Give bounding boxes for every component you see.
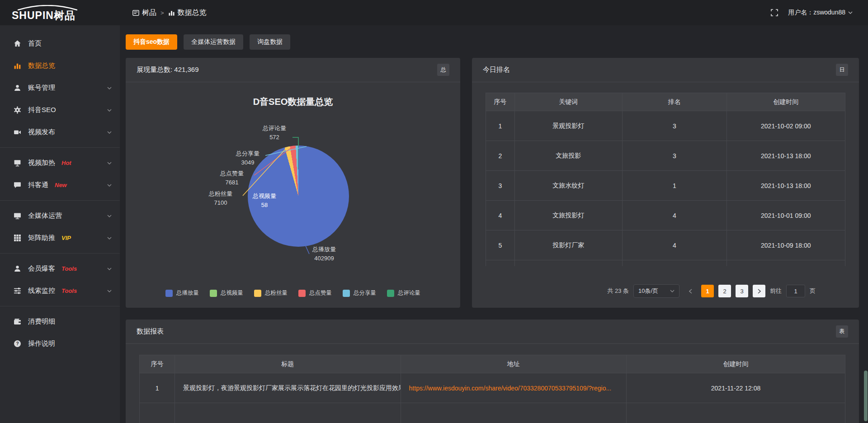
breadcrumb-root[interactable]: 树品: [132, 8, 156, 18]
chevron-down-icon: [670, 290, 675, 292]
col-header-keyword: 关键词: [514, 93, 623, 111]
sidebar: 首页 数据总览 账号管理 抖音SEO 视频发布 视频加热 Hot 抖客通 New…: [0, 25, 120, 423]
screen-icon: [14, 159, 21, 167]
rank-panel-header: 今日排名 日: [472, 58, 859, 82]
goto-unit: 页: [810, 287, 816, 295]
col-header-index: 序号: [486, 93, 515, 111]
tab-douyin-seo-data[interactable]: 抖音seo数据: [126, 34, 177, 50]
daily-view-button[interactable]: 日: [836, 64, 848, 76]
rank-table: 序号 关键词 排名 创建时间 1景观投影灯32021-10-02 09:00: [486, 93, 845, 266]
scrollbar-thumb[interactable]: [864, 371, 868, 421]
header-right: 用户名：zswodun88: [771, 9, 868, 17]
table-row: 2文旅投影32021-10-13 18:00: [486, 141, 845, 171]
chevron-down-icon: [107, 131, 112, 134]
sidebar-item-account[interactable]: 账号管理: [0, 77, 120, 99]
video-link[interactable]: https://www.iesdouyin.com/share/video/70…: [401, 373, 627, 403]
breadcrumb: 树品 > 数据总览: [132, 8, 207, 18]
sidebar-item-label: 抖客通: [28, 181, 48, 189]
top-header: SHUPIN树品 树品 > 数据总览 用户名：zswodun88: [0, 0, 868, 25]
username: 用户名：zswodun88: [788, 9, 845, 17]
report-table: 序号 标题 地址 创建时间 1 景观投影灯，夜游景观投影灯厂家展示展示落花灯在花…: [139, 355, 845, 423]
sidebar-item-help[interactable]: ? 操作说明: [0, 333, 120, 355]
svg-text:?: ?: [16, 341, 19, 346]
breadcrumb-root-label: 树品: [142, 8, 156, 18]
chevron-left-icon: [689, 289, 692, 294]
sidebar-item-video-publish[interactable]: 视频发布: [0, 121, 120, 143]
table-row: 5投影灯厂家42021-10-09 18:00: [486, 230, 845, 260]
pie-label-fans: 总粉丝量7100: [203, 189, 239, 207]
rank-table-scroller[interactable]: 序号 关键词 排名 创建时间 1景观投影灯32021-10-02 09:00: [486, 93, 845, 266]
table-view-button[interactable]: 表: [836, 325, 848, 338]
chart-legend: 总播放量 总视频量 总粉丝量 总点赞量 总分享量 总评论量: [126, 289, 460, 297]
legend-item-videos[interactable]: 总视频量: [210, 289, 243, 297]
logo[interactable]: SHUPIN树品: [0, 5, 120, 20]
sidebar-item-member-booster[interactable]: 会员爆客 Tools: [0, 258, 120, 280]
goto-page-input[interactable]: [786, 285, 805, 297]
rank-panel: 今日排名 日 序号 关键词 排名 创建时间: [472, 58, 859, 308]
wallet-icon: [14, 318, 21, 325]
sidebar-item-matrix-boost[interactable]: 矩阵助推 VIP: [0, 227, 120, 249]
page-button-1[interactable]: 1: [701, 285, 714, 297]
col-header-index: 序号: [140, 355, 175, 373]
logo-text: SHUPIN树品: [12, 10, 120, 20]
report-panel: 数据报表 表 序号 标题 地址 创建时间 1 景观投影灯，夜游景观投影灯: [126, 320, 859, 423]
sidebar-item-label: 线索监控: [28, 287, 55, 295]
sidebar-item-label: 消费明细: [28, 317, 55, 326]
sidebar-item-label: 会员爆客: [28, 264, 55, 273]
legend-swatch: [298, 290, 306, 297]
chevron-down-icon: [107, 290, 112, 292]
pie-label-plays: 总播放量402909: [306, 245, 342, 263]
sidebar-item-label: 视频加热: [28, 159, 55, 167]
sidebar-divider: [0, 147, 120, 148]
chevron-down-icon: [848, 11, 853, 14]
prev-page-button[interactable]: [684, 285, 697, 297]
sidebar-item-data-overview[interactable]: 数据总览: [0, 55, 120, 77]
page-button-2[interactable]: 2: [718, 285, 731, 297]
legend-item-likes[interactable]: 总点赞量: [298, 289, 332, 297]
chat-bubble-icon: [14, 181, 21, 189]
table-row: 1景观投影灯32021-10-02 09:00: [486, 111, 845, 141]
page-button-3[interactable]: 3: [736, 285, 748, 297]
legend-item-fans[interactable]: 总粉丝量: [254, 289, 288, 297]
next-page-button[interactable]: [753, 285, 765, 297]
chevron-down-icon: [107, 162, 112, 164]
page-size-select[interactable]: 10条/页: [633, 284, 679, 298]
legend-item-shares[interactable]: 总分享量: [343, 289, 376, 297]
table-header-row: 序号 关键词 排名 创建时间: [486, 93, 845, 111]
chart-panel-header: 展现量总数: 421,369 总: [126, 58, 460, 82]
legend-swatch: [387, 290, 394, 297]
sidebar-item-omni-media[interactable]: 全媒体运营: [0, 205, 120, 227]
breadcrumb-current-label: 数据总览: [178, 8, 207, 18]
table-header-row: 序号 标题 地址 创建时间: [140, 355, 845, 373]
vip-badge: VIP: [61, 235, 71, 241]
monitor-icon: [14, 212, 21, 220]
chevron-down-icon: [107, 87, 112, 89]
legend-swatch: [343, 290, 350, 297]
total-view-button[interactable]: 总: [437, 64, 449, 76]
rank-panel-title: 今日排名: [483, 66, 510, 74]
tab-omni-media-data[interactable]: 全媒体运营数据: [184, 34, 243, 50]
legend-item-comments[interactable]: 总评论量: [387, 289, 420, 297]
question-circle-icon: ?: [14, 340, 21, 348]
main-content: 抖音seo数据 全媒体运营数据 询盘数据 展现量总数: 421,369 总 D音…: [120, 25, 868, 423]
sidebar-item-spend-detail[interactable]: 消费明细: [0, 310, 120, 333]
fullscreen-icon[interactable]: [771, 9, 778, 16]
col-header-url: 地址: [401, 355, 627, 373]
sidebar-item-label: 抖音SEO: [28, 106, 56, 114]
sidebar-item-label: 视频发布: [28, 128, 55, 136]
sidebar-item-lead-monitor[interactable]: 线索监控 Tools: [0, 280, 120, 302]
new-badge: New: [55, 182, 67, 188]
scrollbar-track: [864, 25, 868, 423]
tab-inquiry-data[interactable]: 询盘数据: [250, 34, 290, 50]
sidebar-item-video-heating[interactable]: 视频加热 Hot: [0, 152, 120, 174]
legend-swatch: [254, 290, 261, 297]
legend-item-plays[interactable]: 总播放量: [165, 289, 199, 297]
sidebar-item-home[interactable]: 首页: [0, 33, 120, 55]
sidebar-item-label: 全媒体运营: [28, 212, 62, 220]
video-title-cell: 景观投影灯，夜游景观投影灯厂家展示展示落花灯在花园里的灯光投影应用效果 #: [175, 373, 401, 403]
gear-icon: [14, 106, 21, 114]
user-menu[interactable]: 用户名：zswodun88: [788, 9, 853, 17]
report-panel-title: 数据报表: [137, 327, 164, 336]
sidebar-item-douyin-seo[interactable]: 抖音SEO: [0, 99, 120, 121]
sidebar-item-douketong[interactable]: 抖客通 New: [0, 174, 120, 196]
